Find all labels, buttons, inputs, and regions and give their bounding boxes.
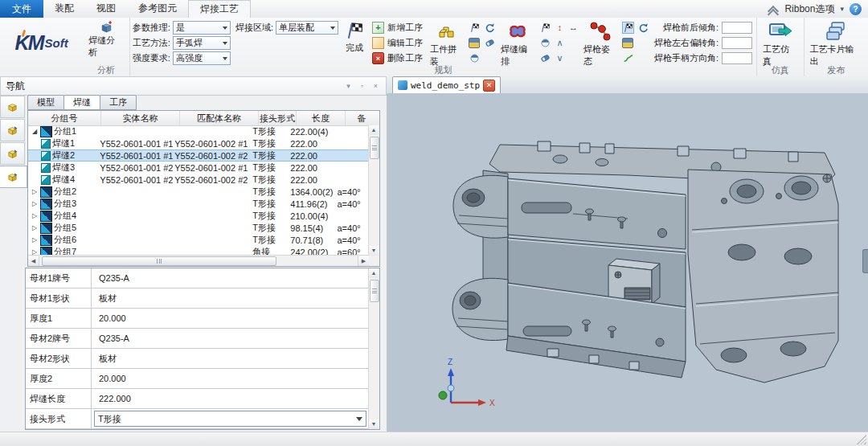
help-icon[interactable]: ?	[850, 3, 862, 15]
refresh-icon[interactable]	[485, 23, 495, 33]
collapse-ribbon-icon[interactable]	[768, 5, 779, 13]
chevron-up-icon[interactable]: ∧	[556, 39, 563, 47]
vertical-scrollbar[interactable]: ▲ ▼	[368, 125, 379, 256]
torch-handle-input[interactable]	[722, 52, 752, 64]
stamp-icon[interactable]	[622, 38, 633, 48]
flag-active-icon[interactable]	[622, 22, 634, 34]
weld-region-select[interactable]: 单层装配	[276, 21, 338, 35]
table-row-seam-selected[interactable]: 焊缝2 Y552-0601-001 #1Y552-0601-002 #2 T形接…	[28, 149, 369, 162]
table-row-group[interactable]: ▷分组2 T形接1364.00(2)a=40°	[28, 186, 369, 198]
property-row: 母材2形状 板材	[26, 349, 369, 369]
close-icon[interactable]: ×	[371, 81, 381, 92]
tab-seams[interactable]: 焊缝	[63, 95, 100, 110]
sphere-icon[interactable]	[469, 53, 480, 63]
col-note[interactable]: 备	[346, 111, 378, 125]
table-row-seam[interactable]: 焊缝3 Y552-0601-001 #2Y552-0601-002 #1 T形接…	[28, 162, 369, 174]
property-value[interactable]: Q235-A	[92, 268, 369, 288]
strength-req-select[interactable]: 高强度	[173, 51, 231, 65]
property-value[interactable]: 20.000	[92, 309, 369, 328]
property-value[interactable]: Q235-A	[92, 329, 369, 348]
resize-grip-icon[interactable]	[857, 435, 866, 444]
flag-icon[interactable]	[540, 23, 551, 33]
scroll-left-button[interactable]: ◀	[28, 256, 39, 266]
scroll-thumb[interactable]	[42, 256, 276, 266]
ribbon-options-button[interactable]: Ribbon选项	[784, 2, 834, 16]
horizontal-scrollbar[interactable]: ◀ ▶	[28, 255, 369, 266]
scroll-thumb[interactable]	[370, 280, 379, 302]
expand-arrow-icon[interactable]: ▷	[31, 224, 39, 231]
table-row-group[interactable]: ◢分组1 T形接222.00(4)	[28, 125, 369, 137]
table-row-seam[interactable]: 焊缝1 Y552-0601-001 #1Y552-0601-002 #1 T形接…	[28, 137, 369, 149]
process-method-select[interactable]: 手弧焊	[173, 36, 231, 50]
table-row-seam[interactable]: 焊缝4 Y552-0601-001 #2Y552-0601-002 #2 T形接…	[28, 174, 369, 186]
expand-arrow-icon[interactable]: ▷	[31, 200, 39, 207]
refresh-icon[interactable]	[638, 23, 649, 33]
param-infer-select[interactable]: 是	[173, 21, 231, 35]
menu-tab-reference[interactable]: 参考图元	[127, 0, 188, 18]
menu-tab-assembly[interactable]: 装配	[43, 0, 85, 18]
updown-icon[interactable]: ↕	[558, 23, 563, 32]
scroll-up-button[interactable]: ▲	[369, 125, 379, 135]
chevron-down-icon[interactable]: ∨	[556, 54, 563, 63]
capsule-icon[interactable]	[485, 38, 495, 48]
chevron-down-icon[interactable]: ▾	[343, 81, 354, 92]
finish-button[interactable]: 完成	[342, 19, 367, 55]
menu-tab-weld-process[interactable]: 焊接工艺	[188, 0, 251, 18]
model-cube-button[interactable]	[0, 119, 25, 141]
torch-yaw-input[interactable]	[722, 37, 752, 49]
workpiece-assemble-button[interactable]: 工件拼装	[427, 19, 467, 69]
document-tab[interactable]: weld_demo_stp ✕	[392, 76, 501, 93]
process-simulation-button[interactable]: 工艺仿真	[760, 19, 801, 69]
tab-model[interactable]: 模型	[27, 95, 64, 110]
joint-type-select[interactable]: T形接	[94, 411, 366, 427]
vertical-scrollbar[interactable]: ▲ ▼	[368, 268, 379, 429]
file-menu-button[interactable]: 文件	[0, 0, 43, 18]
close-icon[interactable]: ✕	[483, 80, 495, 92]
col-group[interactable]: 分组号	[28, 111, 101, 125]
col-mate[interactable]: 匹配体名称	[180, 111, 259, 125]
property-value[interactable]: 板材	[92, 349, 369, 368]
capsule-icon[interactable]	[540, 53, 551, 63]
scroll-right-button[interactable]: ▶	[358, 256, 369, 266]
scroll-thumb[interactable]	[370, 137, 379, 159]
stamp-icon[interactable]	[469, 38, 480, 48]
seam-analysis-button[interactable]: 焊缝分析	[85, 19, 127, 60]
expand-arrow-icon[interactable]: ▷	[31, 188, 39, 195]
table-row-group[interactable]: ▷分组4 T形接210.00(4)	[28, 210, 369, 222]
scroll-down-button[interactable]: ▼	[369, 419, 379, 429]
torch-posture-button[interactable]: 焊枪姿态	[580, 19, 620, 69]
process-card-output-button[interactable]: 工艺卡片输出	[807, 19, 866, 69]
chevron-down-icon[interactable]: ▾	[840, 5, 844, 13]
weld-region-label: 焊接区域:	[235, 22, 273, 34]
table-row-group[interactable]: ▷分组5 T形接98.15(4)a=40°	[28, 222, 369, 234]
scroll-up-button[interactable]: ▲	[369, 268, 379, 278]
width-icon[interactable]: ↔	[569, 23, 578, 32]
property-value[interactable]: 222.000	[92, 389, 369, 408]
model-canvas[interactable]: Z X	[387, 93, 868, 432]
flag-icon[interactable]	[469, 23, 480, 33]
float-panel-icon[interactable]: ▫	[357, 81, 367, 92]
model-cube-button[interactable]	[0, 142, 25, 165]
seam-arrange-button[interactable]: 焊缝编排	[497, 19, 538, 69]
table-row-group[interactable]: ▷分组3 T形接411.96(2)a=40°	[28, 198, 369, 210]
property-value[interactable]: 板材	[92, 288, 369, 308]
expand-arrow-icon[interactable]: ▷	[31, 236, 39, 243]
edit-operation-button[interactable]: 编辑工序	[371, 35, 424, 51]
col-joint[interactable]: 接头形式	[259, 111, 297, 125]
col-entity[interactable]: 实体名称	[101, 111, 180, 125]
splitter-handle[interactable]	[862, 249, 868, 273]
tab-operations[interactable]: 工序	[100, 95, 137, 110]
new-operation-button[interactable]: +新增工序	[371, 20, 424, 35]
expand-arrow-icon[interactable]: ▷	[31, 212, 39, 219]
scroll-down-button[interactable]: ▼	[369, 246, 379, 256]
col-length[interactable]: 长度	[297, 111, 346, 125]
property-value[interactable]: 20.000	[92, 369, 369, 388]
snake-icon[interactable]	[623, 53, 633, 63]
torch-pitch-input[interactable]	[722, 22, 752, 34]
model-cube-button[interactable]	[0, 166, 27, 188]
model-cube-button[interactable]	[0, 96, 25, 118]
menu-tab-view[interactable]: 视图	[85, 0, 127, 18]
collapse-arrow-icon[interactable]: ◢	[31, 128, 39, 135]
sphere-icon[interactable]	[540, 38, 551, 48]
table-row-group[interactable]: ▷分组6 T形接70.71(8)a=40°	[28, 234, 369, 246]
